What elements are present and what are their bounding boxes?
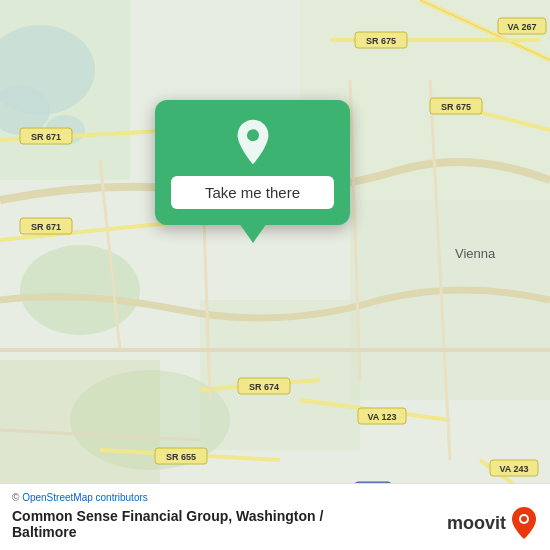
location-name-2: Baltimore	[12, 524, 323, 540]
svg-text:Vienna: Vienna	[455, 246, 496, 261]
svg-point-34	[521, 516, 527, 522]
svg-point-32	[247, 129, 259, 141]
svg-text:VA 123: VA 123	[367, 412, 396, 422]
pin-icon	[229, 118, 277, 166]
svg-text:SR 675: SR 675	[366, 36, 396, 46]
moovit-logo: moovit	[447, 506, 538, 540]
osm-link[interactable]: OpenStreetMap contributors	[22, 492, 148, 503]
moovit-text: moovit	[447, 513, 506, 534]
svg-text:SR 671: SR 671	[31, 222, 61, 232]
svg-text:SR 655: SR 655	[166, 452, 196, 462]
moovit-pin-icon	[510, 506, 538, 540]
location-name: Common Sense Financial Group, Washington…	[12, 508, 323, 524]
svg-text:SR 674: SR 674	[249, 382, 279, 392]
osm-credit: © OpenStreetMap contributors	[12, 492, 538, 503]
svg-text:SR 675: SR 675	[441, 102, 471, 112]
svg-text:SR 671: SR 671	[31, 132, 61, 142]
map-container: SR 671 SR 671 SR 675 SR 675 VA 267 Vienn…	[0, 0, 550, 550]
bottom-bar: © OpenStreetMap contributors Common Sens…	[0, 483, 550, 550]
take-me-there-button[interactable]: Take me there	[171, 176, 334, 209]
location-card: Take me there	[155, 100, 350, 225]
svg-point-5	[20, 245, 140, 335]
copyright-symbol: ©	[12, 492, 19, 503]
svg-text:VA 267: VA 267	[507, 22, 536, 32]
svg-text:VA 243: VA 243	[499, 464, 528, 474]
svg-rect-4	[0, 0, 130, 180]
svg-rect-10	[200, 300, 360, 450]
map-background: SR 671 SR 671 SR 675 SR 675 VA 267 Vienn…	[0, 0, 550, 550]
